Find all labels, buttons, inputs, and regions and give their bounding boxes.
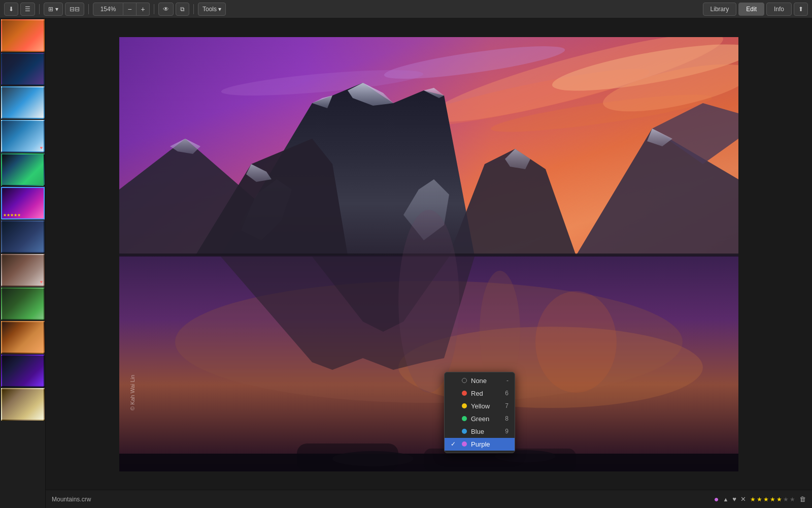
dot-red	[462, 391, 467, 396]
tools-button[interactable]: Tools ▾	[198, 3, 226, 16]
import-button[interactable]: ⬇	[4, 3, 18, 16]
crop-button[interactable]: ⊟⊟	[65, 3, 84, 16]
shortcut-yellow: 7	[505, 402, 509, 409]
dot-green	[462, 416, 467, 421]
color-option-green[interactable]: Green 8	[445, 412, 515, 425]
thumbnail-1[interactable]	[1, 19, 45, 52]
thumbnail-10[interactable]	[1, 321, 45, 354]
thumbnail-12[interactable]	[1, 388, 45, 421]
svg-point-36	[332, 451, 414, 466]
color-option-none[interactable]: None -	[445, 374, 515, 387]
zoom-controls: 154% − +	[93, 3, 150, 16]
thumbnail-11[interactable]	[1, 355, 45, 387]
star-7[interactable]: ★	[790, 496, 795, 503]
star-1[interactable]: ★	[750, 496, 756, 503]
dot-yellow	[462, 403, 467, 408]
compare-icon: ⧉	[180, 6, 185, 13]
preview-button[interactable]: 👁	[158, 3, 174, 16]
reject-icon[interactable]: ✕	[740, 495, 746, 503]
export-button[interactable]: ⬆	[794, 3, 808, 16]
thumb-heart-8: ♥	[40, 279, 43, 284]
star-3[interactable]: ★	[763, 496, 769, 503]
color-label-blue: Blue	[471, 428, 484, 435]
toolbar-right: Library Edit Info ⬆	[703, 3, 808, 16]
thumbnail-2[interactable]	[1, 53, 45, 85]
shortcut-green: 8	[505, 415, 509, 422]
separator-4	[193, 4, 194, 14]
separator-3	[154, 4, 154, 14]
zoom-value[interactable]: 154%	[93, 3, 123, 16]
export-icon: ⬆	[798, 6, 803, 13]
star-2[interactable]: ★	[757, 496, 762, 503]
filename-label: Mountains.crw	[52, 496, 710, 503]
thumb-stars-6: ★★★★★	[3, 213, 21, 217]
dot-purple	[462, 441, 467, 447]
heart-icon[interactable]: ♥	[732, 495, 736, 503]
compare-button[interactable]: ⧉	[176, 3, 189, 16]
arrange-button[interactable]: ☰	[20, 3, 35, 16]
color-option-red[interactable]: Red 6	[445, 387, 515, 400]
view-mode-button[interactable]: ⊞ ▾	[44, 3, 63, 16]
color-dropdown: None - Red 6 Yellow 7	[444, 372, 515, 453]
arrange-icon: ☰	[25, 6, 30, 13]
view-mode-icon: ⊞	[48, 6, 53, 13]
info-button[interactable]: Info	[766, 3, 792, 16]
color-label-red: Red	[471, 390, 483, 397]
thumbnail-6[interactable]: ★★★★★	[1, 187, 45, 219]
filmstrip: ♥ ★★★★★ ♥	[0, 18, 46, 508]
preview-icon: 👁	[163, 6, 169, 13]
star-4[interactable]: ★	[770, 496, 775, 503]
separator-2	[88, 4, 89, 14]
shortcut-red: 6	[505, 390, 509, 397]
main-image: © Kah Wai Lin None - Red 6	[119, 37, 738, 471]
check-purple: ✓	[451, 440, 458, 448]
star-rating[interactable]: ★ ★ ★ ★ ★ ★ ★	[750, 496, 795, 503]
thumbnail-3[interactable]	[1, 86, 45, 119]
thumbnail-8[interactable]: ♥	[1, 254, 45, 287]
tools-label: Tools ▾	[202, 6, 221, 13]
thumbnail-9[interactable]	[1, 288, 45, 320]
view-mode-arrow: ▾	[55, 6, 58, 13]
zoom-minus-button[interactable]: −	[123, 3, 137, 16]
library-button[interactable]: Library	[703, 3, 737, 16]
star-5[interactable]: ★	[776, 496, 782, 503]
color-label-none: None	[471, 377, 487, 385]
top-toolbar: ⬇ ☰ ⊞ ▾ ⊟⊟ 154% − + 👁 ⧉ Tools ▾ Library …	[0, 0, 812, 18]
color-label-yellow: Yellow	[471, 402, 490, 410]
preview-area: © Kah Wai Lin None - Red 6	[46, 18, 812, 508]
import-icon: ⬇	[9, 6, 14, 13]
shortcut-blue: 9	[505, 428, 509, 435]
svg-point-30	[398, 210, 459, 393]
main-area: ♥ ★★★★★ ♥	[0, 18, 812, 508]
edit-button[interactable]: Edit	[738, 3, 764, 16]
up-icon[interactable]: ▲	[723, 496, 728, 502]
thumbnail-7[interactable]	[1, 220, 45, 253]
trash-icon[interactable]: 🗑	[799, 495, 806, 503]
star-6[interactable]: ★	[783, 496, 789, 503]
color-option-blue[interactable]: Blue 9	[445, 425, 515, 438]
color-option-purple[interactable]: ✓ Purple	[445, 438, 515, 451]
thumbnail-5[interactable]	[1, 153, 45, 186]
bottom-icons: ● ▲ ♥ ✕ ★ ★ ★ ★ ★ ★ ★ 🗑	[714, 495, 806, 504]
main-image-container: © Kah Wai Lin None - Red 6	[46, 18, 812, 490]
crop-icon: ⊟⊟	[70, 6, 80, 13]
dot-blue	[462, 429, 467, 434]
color-option-yellow[interactable]: Yellow 7	[445, 400, 515, 412]
color-label-purple: Purple	[471, 440, 490, 448]
thumb-heart-4: ♥	[40, 145, 43, 150]
bottom-bar: Mountains.crw ● ▲ ♥ ✕ ★ ★ ★ ★ ★ ★ ★ 🗑	[46, 490, 812, 508]
shortcut-none: -	[506, 377, 509, 384]
color-label-green: Green	[471, 415, 489, 423]
dot-none	[462, 378, 467, 383]
separator-1	[39, 4, 40, 14]
thumbnail-4[interactable]: ♥	[1, 120, 45, 152]
color-label-icon[interactable]: ●	[714, 495, 719, 504]
svg-point-32	[535, 291, 617, 393]
zoom-plus-button[interactable]: +	[137, 3, 150, 16]
